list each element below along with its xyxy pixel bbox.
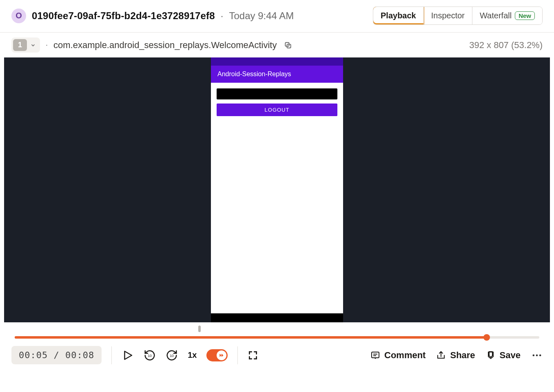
activity-name: com.example.android_session_replays.Welc… [53,40,277,51]
svg-text:10: 10 [148,353,152,357]
comment-button[interactable]: Comment [370,350,425,361]
device-logout-button[interactable]: LOGOUT [217,104,337,116]
share-label: Share [450,350,475,361]
share-button[interactable]: Share [436,350,475,361]
divider [111,346,112,364]
session-id: 0190fee7-09af-75fb-b2d4-1e3728917ef8 [32,10,215,22]
comment-label: Comment [384,350,425,361]
device-window: Android-Session-Replays LOGOUT [211,57,343,322]
frame-selector[interactable]: 1 [11,37,40,53]
device-body: LOGOUT [211,83,343,313]
controls-bar: 00:05 / 00:08 10 10 1x [0,339,554,364]
chevron-down-icon [29,42,40,48]
device-app-bar: Android-Session-Replays [211,66,343,83]
svg-point-11 [536,354,538,356]
fast-forward-toggle[interactable] [206,349,228,361]
device-nav-bar [211,313,343,322]
svg-text:10: 10 [170,353,174,357]
time-separator: / [53,350,65,360]
header-left: O 0190fee7-09af-75fb-b2d4-1e3728917ef8 ·… [11,9,294,23]
breadcrumb-separator: · [46,41,48,49]
timeline-track[interactable] [15,336,539,339]
svg-point-12 [539,354,541,356]
frame-count: 1 [13,39,27,51]
avatar[interactable]: O [11,9,26,23]
timeline-markers [15,326,539,335]
timeline-played [15,336,487,339]
controls-left: 00:05 / 00:08 10 10 1x [11,346,258,364]
timeline-playhead[interactable] [483,334,490,341]
svg-marker-6 [222,353,224,357]
separator-dot: · [221,10,224,22]
save-label: Save [500,350,521,361]
fast-forward-icon [217,350,226,360]
tab-playback[interactable]: Playback [373,7,424,24]
controls-right: Comment Share Save [370,350,543,361]
svg-point-10 [533,354,535,356]
fullscreen-button[interactable] [248,350,258,361]
time-display: 00:05 / 00:08 [11,346,102,364]
timeline [0,322,554,339]
svg-rect-7 [372,352,379,358]
session-timestamp: Today 9:44 AM [229,10,294,22]
header-right: Playback Inspector Waterfall New [373,7,543,25]
more-menu-button[interactable] [531,350,543,361]
save-button[interactable]: Save [486,350,521,361]
tab-waterfall[interactable]: Waterfall New [472,7,542,24]
view-tabs: Playback Inspector Waterfall New [373,7,543,25]
playback-speed[interactable]: 1x [188,350,197,360]
total-time: 00:08 [65,350,94,360]
forward-10-button[interactable]: 10 [166,349,178,361]
play-button[interactable] [122,349,134,361]
replay-viewport: Android-Session-Replays LOGOUT [4,57,550,322]
divider [237,346,238,364]
current-time: 00:05 [19,350,48,360]
new-badge: New [515,11,535,20]
copy-icon[interactable] [282,40,294,51]
subheader-bar: 1 · com.example.android_session_replays.… [0,33,554,57]
device-status-bar [211,57,343,66]
device-redacted-text [217,88,337,99]
subheader-left: 1 · com.example.android_session_replays.… [11,37,294,53]
tab-waterfall-label: Waterfall [480,11,512,20]
viewport-info: 392 x 807 (53.2%) [469,40,543,51]
svg-marker-5 [220,353,222,357]
timeline-marker-icon[interactable] [198,326,201,332]
tab-inspector[interactable]: Inspector [424,7,472,24]
rewind-10-button[interactable]: 10 [144,349,156,361]
header-bar: O 0190fee7-09af-75fb-b2d4-1e3728917ef8 ·… [0,0,554,33]
svg-marker-2 [125,351,132,359]
